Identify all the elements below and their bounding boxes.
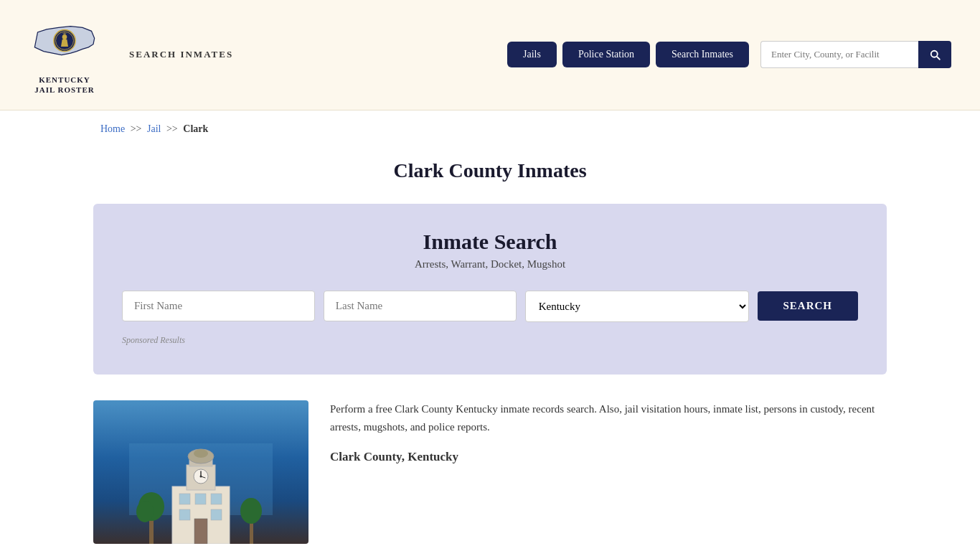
svg-rect-6 [179,494,190,504]
svg-point-24 [240,498,262,524]
svg-rect-11 [194,519,207,544]
breadcrumb-sep2: >> [166,123,178,134]
svg-point-2 [62,34,67,39]
state-select[interactable]: AlabamaAlaskaArizonaArkansasCaliforniaCo… [525,291,749,322]
svg-point-22 [136,501,154,522]
breadcrumb-sep1: >> [131,123,142,134]
header-search-input[interactable] [760,41,918,68]
site-title[interactable]: SEARCH INMATES [129,49,233,60]
svg-point-15 [194,449,208,458]
inmate-search-subtitle: Arrests, Warrant, Docket, Mugshot [122,258,858,270]
inmate-search-title: Inmate Search [122,230,858,254]
content-section: Perform a free Clark County Kentucky inm… [93,400,887,544]
inmate-search-section: Inmate Search Arrests, Warrant, Docket, … [93,204,887,375]
breadcrumb-home[interactable]: Home [100,123,125,134]
jails-button[interactable]: Jails [507,42,557,67]
search-form: AlabamaAlaskaArizonaArkansasCaliforniaCo… [122,291,858,322]
content-text: Perform a free Clark County Kentucky inm… [330,400,887,471]
logo-area: KENTUCKY JAIL ROSTER [29,14,100,95]
content-paragraph: Perform a free Clark County Kentucky inm… [330,400,887,437]
logo-image [29,14,100,72]
search-icon [928,48,941,61]
sponsored-label: Sponsored Results [122,335,858,346]
header-nav: Jails Police Station Search Inmates [507,41,951,68]
breadcrumb-jail[interactable]: Jail [147,123,161,134]
last-name-input[interactable] [324,291,517,321]
search-submit-button[interactable]: SEARCH [758,291,859,321]
breadcrumb-current: Clark [183,123,208,134]
search-inmates-button[interactable]: Search Inmates [656,42,749,67]
header-search-bar [760,41,951,68]
header-search-button[interactable] [918,41,951,68]
page-title-section: Clark County Inmates [0,148,980,204]
page-title: Clark County Inmates [0,159,980,182]
svg-rect-9 [179,509,190,520]
svg-rect-8 [211,494,222,504]
logo-text: KENTUCKY JAIL ROSTER [34,75,94,95]
content-image [93,400,308,544]
svg-rect-10 [211,509,222,520]
svg-rect-7 [195,494,206,504]
site-header: KENTUCKY JAIL ROSTER SEARCH INMATES Jail… [0,0,980,110]
police-station-button[interactable]: Police Station [562,42,650,67]
breadcrumb: Home >> Jail >> Clark [0,110,980,148]
content-subheading: Clark County, Kentucky [330,447,887,468]
first-name-input[interactable] [122,291,315,321]
